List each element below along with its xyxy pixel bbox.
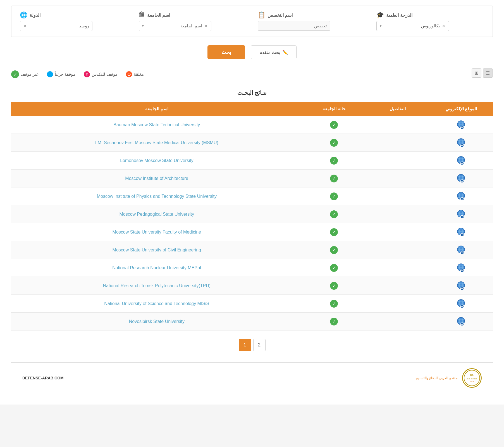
university-label: اسم الجامعة 🏛 — [139, 11, 170, 19]
university-label-text: اسم الجامعة — [147, 13, 170, 18]
university-name-cell[interactable]: Bauman Moscow State Technical University — [11, 116, 302, 134]
globe-icon[interactable] — [457, 161, 465, 165]
globe-icon[interactable] — [457, 143, 465, 148]
degree-clear-btn[interactable]: ✕ — [441, 24, 446, 28]
details-cell — [366, 187, 429, 205]
website-cell[interactable] — [429, 259, 493, 277]
globe-svg — [457, 138, 465, 147]
globe-icon[interactable] — [457, 268, 465, 273]
details-cell — [366, 116, 429, 134]
advanced-search-button[interactable]: ✏️ بحث متقدم — [251, 45, 297, 59]
specialty-input[interactable] — [258, 21, 330, 31]
country-select[interactable]: روسيا ✕ — [20, 21, 92, 31]
footer-tagline: المنتدى العربي للدفاع والتسليح — [416, 376, 459, 380]
university-name-cell[interactable]: National University of Science and Techn… — [11, 295, 302, 313]
globe-icon[interactable] — [457, 214, 465, 219]
list-view-button[interactable]: ☰ — [483, 68, 493, 78]
header-status: حالة الجامعة — [302, 102, 366, 116]
university-name-cell[interactable]: Moscow State University of Civil Enginee… — [11, 241, 302, 259]
status-cell: ✓ — [302, 313, 366, 331]
status-cell: ✓ — [302, 187, 366, 205]
globe-icon[interactable] — [457, 286, 465, 291]
details-cell — [366, 134, 429, 152]
university-name-cell[interactable]: Moscow State University Faculty of Medic… — [11, 223, 302, 241]
controls-row: ☰ ⊞ مغلقة ⏻ موقف للتكدس ⊗ موقفة جزئياً ◌… — [11, 65, 493, 81]
globe-icon[interactable] — [457, 179, 465, 183]
suspended-label: موقف للتكدس — [92, 72, 117, 77]
website-cell[interactable] — [429, 205, 493, 223]
status-icon: ✓ — [330, 139, 338, 147]
university-select[interactable]: ✕ اسم الجامعة ▼ — [139, 21, 211, 31]
table-row: ✓Moscow Institute of Physics and Technol… — [11, 187, 493, 205]
university-name-cell[interactable]: Moscow Institute of Architecture — [11, 170, 302, 187]
page-1-button[interactable]: 1 — [239, 339, 251, 351]
country-clear-btn[interactable]: ✕ — [22, 24, 28, 28]
active-icon: ✓ — [11, 70, 19, 78]
website-cell[interactable] — [429, 241, 493, 259]
university-name-cell[interactable]: National Research Nuclear University MEP… — [11, 259, 302, 277]
website-cell[interactable] — [429, 313, 493, 331]
globe-icon[interactable] — [457, 322, 465, 326]
degree-label-text: الدرجة العلمية — [386, 13, 412, 18]
website-cell[interactable] — [429, 187, 493, 205]
details-cell — [366, 205, 429, 223]
status-icon: ✓ — [330, 121, 338, 129]
website-cell[interactable] — [429, 134, 493, 152]
globe-icon[interactable] — [457, 304, 465, 308]
status-cell: ✓ — [302, 205, 366, 223]
university-dropdown-arrow[interactable]: ▼ — [141, 24, 145, 28]
status-cell: ✓ — [302, 152, 366, 170]
pagination: 2 1 — [11, 339, 493, 351]
university-name-cell[interactable]: Moscow Institute of Physics and Technolo… — [11, 187, 302, 205]
globe-icon[interactable] — [457, 232, 465, 237]
website-cell[interactable] — [429, 116, 493, 134]
globe-icon[interactable] — [457, 125, 465, 130]
degree-select[interactable]: ✕ بكالوريوس ▼ — [376, 21, 449, 31]
globe-icon[interactable] — [457, 196, 465, 201]
list-view-icon: ☰ — [486, 71, 490, 75]
filter-labels-row: الدرجة العلمية 🎓 ✕ بكالوريوس ▼ اسم التخص… — [20, 11, 484, 31]
website-cell[interactable] — [429, 152, 493, 170]
svg-text:FORUM: FORUM — [470, 381, 474, 382]
specialty-label: اسم التخصص 📋 — [258, 11, 293, 19]
university-icon: 🏛 — [139, 11, 145, 19]
status-cell: ✓ — [302, 170, 366, 187]
degree-dropdown-arrow[interactable]: ▼ — [379, 24, 382, 28]
website-cell[interactable] — [429, 277, 493, 295]
table-row: ✓Lomonosov Moscow State University — [11, 152, 493, 170]
advanced-search-label: بحث متقدم — [259, 50, 280, 55]
globe-svg — [457, 156, 465, 165]
details-cell — [366, 223, 429, 241]
university-name-cell[interactable]: Moscow Pedagogical State University — [11, 205, 302, 223]
status-cell: ✓ — [302, 241, 366, 259]
degree-value: بكالوريوس — [382, 21, 441, 31]
legend-suspended: موقف للتكدس ⊗ — [84, 71, 117, 77]
website-cell[interactable] — [429, 295, 493, 313]
globe-icon[interactable] — [457, 250, 465, 255]
university-name-cell[interactable]: I.M. Sechenov First Moscow State Medical… — [11, 134, 302, 152]
university-clear-btn[interactable]: ✕ — [203, 24, 209, 28]
page-2-button[interactable]: 2 — [253, 339, 266, 351]
globe-svg — [457, 299, 465, 308]
globe-svg — [457, 263, 465, 272]
details-cell — [366, 313, 429, 331]
table-header: الموقع الإلكتروني التفاصيل حالة الجامعة … — [11, 102, 493, 116]
filter-section: الدرجة العلمية 🎓 ✕ بكالوريوس ▼ اسم التخص… — [11, 6, 493, 37]
table-row: ✓Novosibirsk State University — [11, 313, 493, 331]
university-name-cell[interactable]: Novosibirsk State University — [11, 313, 302, 331]
status-cell: ✓ — [302, 259, 366, 277]
details-cell — [366, 277, 429, 295]
logo-circle: DA ARAB DEFENSE FORUM — [462, 368, 482, 388]
university-value: اسم الجامعة — [145, 21, 203, 31]
country-label: الدولة 🌐 — [20, 11, 40, 19]
grid-view-button[interactable]: ⊞ — [472, 68, 481, 78]
closed-label: مغلقة — [134, 72, 144, 77]
website-cell[interactable] — [429, 170, 493, 187]
university-name-cell[interactable]: Lomonosov Moscow State University — [11, 152, 302, 170]
search-button[interactable]: بحث — [207, 45, 245, 59]
university-name-cell[interactable]: National Research Tomsk Polytechnic Univ… — [11, 277, 302, 295]
table-row: ✓Moscow Pedagogical State University — [11, 205, 493, 223]
legend-row: مغلقة ⏻ موقف للتكدس ⊗ موقفة جزئياً ◌ غير… — [11, 70, 144, 78]
website-cell[interactable] — [429, 223, 493, 241]
header-details: التفاصيل — [366, 102, 429, 116]
